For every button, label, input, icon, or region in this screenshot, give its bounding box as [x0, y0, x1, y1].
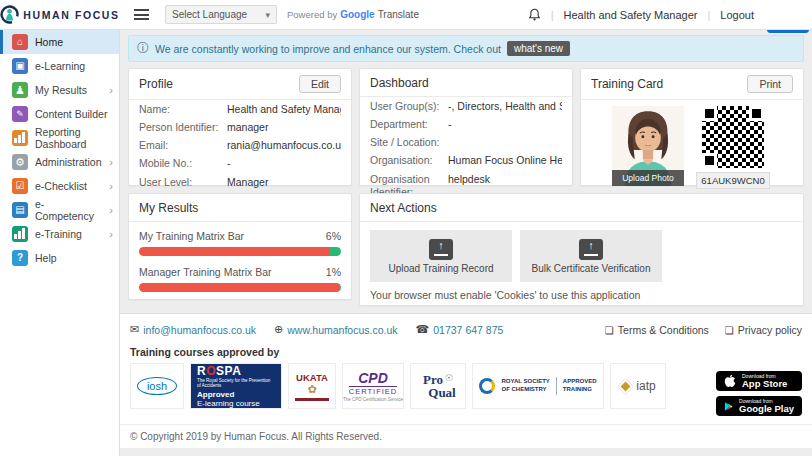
top-header: HUMAN FOCUS Select Language Powered by G… [0, 0, 812, 30]
menu-toggle-icon[interactable] [134, 9, 149, 20]
rsc-text: ROYAL SOCIETY [501, 378, 549, 386]
field-value: Human Focus Online Help Desk [448, 154, 562, 167]
google-play-icon [724, 400, 733, 413]
language-selector[interactable]: Select Language [165, 5, 277, 24]
current-user-name[interactable]: Health and Safety Manager [564, 9, 698, 21]
bulk-certificate-verification-tile[interactable]: Bulk Certificate Verification [520, 230, 662, 282]
banner-text: We are constantly working to improve and… [155, 43, 501, 55]
upload-icon [429, 239, 453, 260]
ukata-emblem-icon: ✿ [307, 383, 316, 396]
upload-training-record-tile[interactable]: Upload Training Record [370, 230, 512, 282]
sidebar-item-label: e-Competency [35, 198, 102, 222]
brand-name: HUMAN FOCUS [23, 9, 119, 21]
footer-phone-link[interactable]: 01737 647 875 [416, 323, 504, 336]
main-content: We are constantly working to improve and… [120, 30, 812, 456]
powered-by-text: Powered by [287, 9, 337, 20]
sidebar-item-echecklist[interactable]: e-Checklist › [0, 174, 119, 198]
sidebar-item-reporting-dashboard[interactable]: Reporting Dashboard [0, 126, 119, 150]
google-wordmark: Google [340, 9, 374, 20]
training-card-title: Training Card [591, 77, 663, 91]
footer-website-link[interactable]: www.humanfocus.co.uk [274, 323, 398, 336]
field-value: Health and Safety Manager [227, 103, 341, 116]
next-actions-card: Next Actions Upload Training Record Bulk… [359, 193, 804, 306]
progress-bar [139, 247, 341, 256]
google-play-badge[interactable]: Download from Google Play [716, 396, 802, 416]
field-label: Organisation: [370, 154, 448, 167]
upload-photo-button[interactable]: Upload Photo [612, 170, 684, 186]
apple-icon [724, 374, 736, 388]
reporting-dashboard-icon [12, 130, 28, 146]
notifications-bell-icon[interactable] [528, 8, 541, 22]
dashboard-card: Dashboard User Group(s):-, Directors, He… [359, 68, 573, 186]
sidebar-item-ecompetency[interactable]: e-Competency › [0, 198, 119, 222]
sidebar-item-administration[interactable]: Administration › [0, 150, 119, 174]
profile-card: Profile Edit Name:Health and Safety Mana… [128, 68, 352, 186]
sidebar-item-label: e-Training [35, 228, 82, 240]
copyright-text: © Copyright 2019 by Human Focus. All Rig… [120, 424, 812, 448]
whats-new-button[interactable]: what's new [507, 41, 570, 56]
sidebar-item-content-builder[interactable]: Content Builder [0, 102, 119, 126]
field-label: User Group(s): [370, 100, 448, 113]
progress-bar-remaining [139, 283, 339, 292]
terms-text: Terms & Conditions [618, 324, 709, 336]
footer-email-text: info@humanfocus.co.uk [143, 324, 256, 336]
print-button[interactable]: Print [747, 75, 793, 93]
phone-icon [416, 323, 430, 336]
header-divider: | [707, 9, 710, 21]
app-store-badge[interactable]: Download from App Store [716, 371, 802, 391]
footer-email-link[interactable]: info@humanfocus.co.uk [130, 323, 256, 336]
badge-big-text: Google Play [739, 404, 794, 414]
proqual-logo: Pro☉ Qual [410, 363, 466, 409]
rospa-logo: ROSPA The Royal Society for the Preventi… [190, 363, 282, 409]
profile-card-title: Profile [139, 77, 173, 91]
competency-icon [12, 202, 28, 218]
iatp-logo: iatp [610, 363, 666, 409]
proqual-qual-text: Qual [428, 386, 455, 399]
rospa-course-text: E-learning course [197, 399, 260, 408]
logout-button[interactable]: Logout [720, 9, 754, 21]
sidebar-item-home[interactable]: Home [0, 30, 119, 54]
sidebar-item-my-results[interactable]: My Results › [0, 78, 119, 102]
terms-conditions-link[interactable]: Terms & Conditions [605, 324, 709, 336]
chevron-right-icon: › [109, 156, 113, 168]
privacy-text: Privacy policy [738, 324, 802, 336]
human-focus-logo-icon [0, 5, 19, 24]
next-actions-title: Next Actions [370, 201, 437, 215]
sidebar-item-help[interactable]: Help [0, 246, 119, 270]
email-icon [130, 323, 139, 336]
sidebar-item-etraining[interactable]: e-Training › [0, 222, 119, 246]
tile-label: Bulk Certificate Verification [532, 263, 651, 274]
cpd-certified-text: CERTIFIED [349, 386, 397, 396]
gear-icon [12, 154, 28, 170]
dashboard-card-title: Dashboard [370, 76, 429, 90]
field-value: rania@humanfocus.co.uk [227, 139, 341, 152]
header-divider: | [551, 9, 554, 21]
sidebar-item-label: e-Learning [35, 60, 85, 72]
my-results-card: My Results My Training Matrix Bar 6% Man… [128, 193, 352, 300]
footer-website-text: www.humanfocus.co.uk [287, 324, 397, 336]
iatp-logo-text: iatp [636, 379, 655, 393]
edit-profile-button[interactable]: Edit [299, 75, 341, 93]
training-chart-icon [12, 226, 28, 242]
field-label: User Level: [139, 176, 227, 189]
iosh-logo-text: iosh [137, 377, 177, 395]
progress-percent: 6% [326, 230, 341, 242]
ukata-logo-text: UKATA [296, 372, 328, 383]
cookies-note: Your browser must enable 'Cookies' to us… [360, 286, 803, 304]
sidebar-item-label: Administration [35, 156, 102, 168]
badge-big-text: App Store [742, 379, 787, 389]
rsc-emblem-icon [479, 378, 495, 394]
cpd-certified-logo: CPD CERTIFIED The CPD Certification Serv… [342, 363, 404, 409]
sidebar-item-label: Content Builder [35, 108, 107, 120]
field-label: Name: [139, 103, 227, 116]
sidebar-item-elearning[interactable]: e-Learning [0, 54, 119, 78]
privacy-policy-link[interactable]: Privacy policy [725, 324, 802, 336]
rospa-approved-text: Approved [197, 390, 234, 399]
avatar: Upload Photo [612, 106, 684, 186]
rospa-subtext: The Royal Society for the Prevention of … [197, 379, 275, 389]
sidebar-item-label: Help [35, 252, 57, 264]
sidebar-nav: Home e-Learning My Results › Content Bui… [0, 30, 120, 456]
chevron-right-icon: › [109, 228, 113, 240]
checklist-icon [12, 178, 28, 194]
progress-label: My Training Matrix Bar [139, 230, 244, 242]
